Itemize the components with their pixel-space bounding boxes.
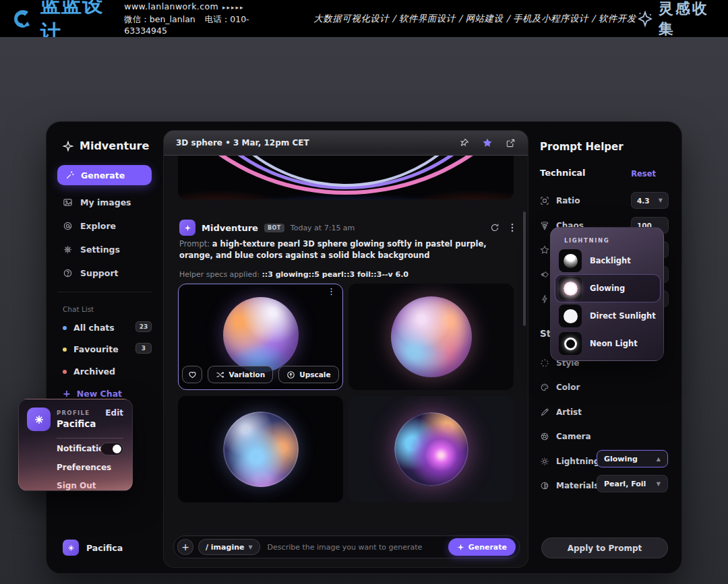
glowing-thumb-icon	[559, 277, 582, 300]
collect-star-icon	[636, 10, 654, 28]
yellow-dot-icon	[63, 348, 67, 352]
collect-label: 灵感收集	[659, 0, 719, 39]
banner-url-row: www.lanlanwork.com▸▸▸▸▸	[124, 1, 278, 11]
sidebar-item-generate[interactable]: Generate	[57, 165, 152, 185]
field-label: Materials	[556, 481, 599, 490]
materials-row[interactable]: Materials	[540, 477, 599, 494]
specs-label: Helper specs applied:	[179, 270, 260, 279]
user-name: Pacifica	[86, 543, 123, 553]
prompt-text: Prompt: a high-texture pearl 3D sphere g…	[179, 238, 515, 261]
sidebar-item-my-images[interactable]: My images	[63, 197, 131, 207]
sidebar-item-label: My images	[80, 197, 131, 207]
banner-contact-row: 微信：ben_lanlan电话：010-63334945	[124, 14, 278, 36]
sidebar-item-support[interactable]: Support	[63, 268, 119, 278]
bot-name: Midventure	[202, 223, 258, 233]
chevron-down-icon: ▼	[248, 544, 252, 550]
sidebar-item-archived[interactable]: Archived	[63, 366, 115, 377]
notifications-toggle[interactable]	[100, 443, 123, 455]
prompt-input[interactable]	[268, 543, 448, 552]
helper-specs: Helper specs applied: ::3 glowing::5 pea…	[179, 270, 515, 279]
lightning-row[interactable]: Lightning	[540, 453, 599, 469]
sidebar-item-explore[interactable]: Explore	[63, 221, 116, 231]
technical-heading: Technical	[540, 168, 586, 178]
command-label: / imagine	[206, 543, 244, 552]
apply-to-prompt-button[interactable]: Apply to Prompt	[541, 538, 668, 558]
command-selector[interactable]: / imagine ▼	[198, 539, 260, 555]
sidebar-item-favourite[interactable]: Favourite	[63, 344, 119, 354]
popup-divider	[57, 438, 123, 439]
field-label: Artist	[556, 408, 582, 417]
variation-button[interactable]: Variation	[208, 366, 273, 383]
palette-icon	[540, 383, 549, 392]
materials-select[interactable]: Pearl, Foil ▼	[597, 475, 668, 492]
pin-icon[interactable]	[459, 138, 469, 148]
bot-avatar	[179, 220, 195, 236]
profile-avatar	[27, 408, 51, 431]
generate-button[interactable]: Generate	[448, 538, 516, 556]
option-backlight[interactable]: Backlight	[559, 249, 631, 272]
option-direct-sunlight[interactable]: Direct Sunlight	[559, 304, 656, 327]
gear-icon	[63, 245, 73, 255]
version-bolt-icon	[540, 294, 549, 304]
result-image-2[interactable]	[348, 284, 514, 390]
sidebar-item-label: Generate	[81, 170, 125, 181]
sidebar-item-settings[interactable]: Settings	[63, 245, 120, 255]
artist-row[interactable]: Artist	[540, 403, 582, 420]
profile-popup: PROFILE Edit Pacifica Notifications Pref…	[18, 399, 133, 491]
sidebar-user[interactable]: Pacifica	[63, 540, 123, 556]
lightning-select[interactable]: Glowing ▲	[597, 450, 668, 467]
preferences-item[interactable]: Preferences	[57, 463, 111, 472]
kebab-menu-icon[interactable]	[511, 223, 514, 232]
new-chat-button[interactable]: + New Chat	[63, 388, 122, 399]
popup-title: LIGHTNING	[564, 237, 609, 244]
edit-profile-button[interactable]: Edit	[105, 408, 123, 418]
chat-list-heading: Chat List	[63, 305, 94, 313]
camera-row[interactable]: Camera	[540, 428, 591, 445]
sphere-render	[223, 412, 299, 487]
red-dot-icon	[63, 370, 67, 374]
star-icon[interactable]	[482, 137, 493, 148]
plus-icon: +	[63, 388, 71, 399]
banner-url[interactable]: www.lanlanwork.com	[124, 1, 218, 11]
generate-label: Generate	[468, 543, 507, 552]
lanlan-logo-icon	[9, 5, 36, 32]
chat-scrollbar[interactable]	[523, 212, 526, 326]
app-logo: Midventure	[63, 139, 149, 152]
quality-star-icon	[540, 245, 549, 255]
attach-plus-button[interactable]: +	[177, 539, 193, 555]
sun-icon	[540, 457, 549, 466]
ratio-row: Ratio	[540, 192, 580, 209]
banner-wechat: 微信：ben_lanlan	[124, 14, 195, 24]
profile-name: Pacifica	[57, 418, 96, 429]
color-row[interactable]: Color	[540, 379, 580, 395]
regenerate-icon[interactable]	[490, 223, 499, 232]
banner-services: 大数据可视化设计 / 软件界面设计 / 网站建设 / 手机及小程序设计 / 软件…	[313, 13, 636, 25]
option-neon-light[interactable]: Neon Light	[559, 332, 638, 355]
sidebar-item-label: Explore	[80, 221, 116, 231]
favourite-count-badge: 3	[135, 343, 152, 354]
chat-title: 3D sphere • 3 Mar, 12pm CET	[176, 138, 309, 148]
sphere-render	[223, 297, 299, 372]
ratio-select[interactable]: 4.3 ▼	[631, 192, 669, 209]
sign-out-item[interactable]: Sign Out	[57, 481, 96, 490]
chat-header: 3D sphere • 3 Mar, 12pm CET	[164, 131, 528, 156]
chevron-up-icon: ▲	[657, 456, 661, 462]
open-external-icon[interactable]	[506, 138, 516, 148]
reset-button[interactable]: Reset	[631, 169, 656, 179]
explore-icon	[63, 221, 73, 231]
upscale-button[interactable]: Upscale	[278, 366, 338, 383]
field-value: Pearl, Foil	[604, 480, 646, 488]
option-glowing[interactable]: Glowing	[559, 277, 625, 300]
prompt-input-bar: + / imagine ▼ Generate	[173, 536, 520, 558]
bot-badge: BOT	[264, 224, 284, 232]
result-image-3[interactable]	[178, 396, 343, 502]
bot-message-header: Midventure BOT Today at 7:15 am	[179, 220, 514, 236]
style-icon	[540, 358, 549, 368]
scrolled-result-image[interactable]	[178, 156, 514, 199]
result-image-1[interactable]: ⋮ Variation Upscale	[178, 284, 343, 390]
tile-kebab-icon[interactable]: ⋮	[327, 290, 336, 293]
sidebar-item-all-chats[interactable]: All chats	[63, 323, 115, 333]
result-image-4[interactable]	[348, 396, 514, 502]
banner-contact: www.lanlanwork.com▸▸▸▸▸ 微信：ben_lanlan电话：…	[124, 1, 278, 36]
favourite-heart-button[interactable]	[182, 366, 202, 383]
